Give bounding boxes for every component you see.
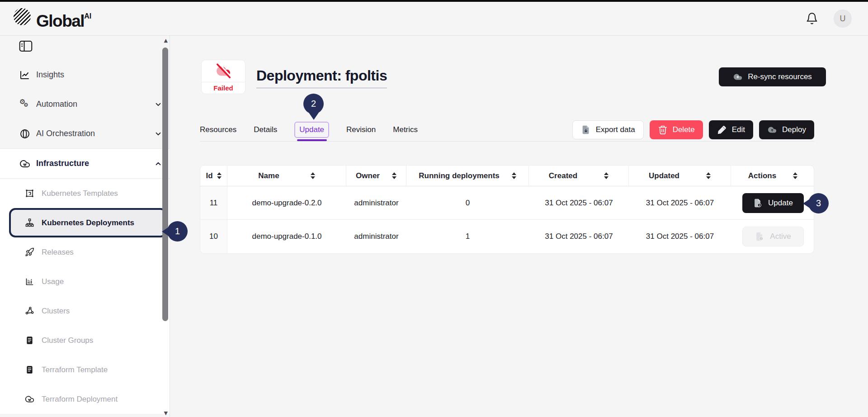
annotation-pin-1: 1 bbox=[167, 221, 188, 242]
sidebar-item-kubernetes-templates[interactable]: Kubernetes Templates bbox=[0, 179, 170, 208]
column-header-running-deployments[interactable]: Running deployments bbox=[406, 166, 529, 186]
column-header-updated[interactable]: Updated bbox=[629, 166, 731, 186]
resync-resources-button[interactable]: Re-sync resources bbox=[719, 67, 826, 86]
column-header-id[interactable]: Id bbox=[200, 166, 227, 186]
annotation-number: 3 bbox=[816, 198, 821, 208]
sidebar-item-ai-orchestration[interactable]: AI Orchestration bbox=[0, 119, 170, 148]
chevron-down-icon bbox=[154, 100, 162, 109]
tab-list: Resources Details Update Revision Metric… bbox=[200, 122, 418, 138]
edit-button[interactable]: Edit bbox=[709, 120, 753, 139]
sidebar-item-kubernetes-deployments[interactable]: Kubernetes Deployments bbox=[9, 208, 167, 237]
cell-running-deployments: 1 bbox=[406, 220, 529, 253]
action-buttons: Export data Delete bbox=[572, 120, 814, 139]
annotation-pin-2: 2 bbox=[303, 94, 324, 114]
sidebar-item-insights[interactable]: Insights bbox=[0, 60, 170, 90]
annotation-number: 1 bbox=[175, 226, 180, 237]
table-header-row: Id Name Owner Running deployments Create… bbox=[200, 166, 814, 186]
sidebar-item-terraform-template[interactable]: Terraform Template bbox=[0, 355, 170, 384]
column-label: Updated bbox=[649, 171, 679, 180]
insights-icon bbox=[19, 70, 30, 81]
sidebar-scrollbar-down-arrow[interactable]: ▼ bbox=[164, 410, 168, 416]
delete-label: Delete bbox=[673, 125, 695, 134]
export-data-button[interactable]: Export data bbox=[572, 120, 644, 139]
column-header-owner[interactable]: Owner bbox=[346, 166, 406, 186]
column-header-name[interactable]: Name bbox=[227, 166, 346, 186]
sort-icon bbox=[793, 172, 797, 179]
sidebar-item-cluster-groups[interactable]: Cluster Groups bbox=[0, 326, 170, 355]
sidebar-infrastructure-group: Infrastructure bbox=[0, 148, 170, 414]
sidebar-item-label: Terraform Deployment bbox=[42, 395, 118, 404]
deploy-label: Deploy bbox=[782, 125, 806, 134]
sort-icon bbox=[392, 172, 396, 179]
sidebar-item-label: Clusters bbox=[42, 307, 70, 316]
cell-id: 10 bbox=[200, 220, 227, 253]
annotation-pin-3: 3 bbox=[808, 193, 829, 213]
cloud-upload-icon bbox=[767, 125, 777, 135]
cell-name: demo-upgrade-0.2.0 bbox=[227, 186, 346, 219]
column-label: Running deployments bbox=[419, 171, 500, 180]
sidebar-item-clusters[interactable]: Clusters bbox=[0, 296, 170, 326]
page: GlobalAI U bbox=[0, 0, 868, 417]
brand-logo-icon bbox=[14, 8, 31, 25]
notifications-bell-icon[interactable] bbox=[806, 12, 818, 25]
cell-id: 11 bbox=[200, 186, 227, 219]
sidebar-item-infrastructure[interactable]: Infrastructure bbox=[0, 149, 170, 179]
user-avatar[interactable]: U bbox=[834, 9, 852, 28]
column-label: Id bbox=[206, 171, 212, 180]
navbar-right: U bbox=[806, 9, 852, 28]
cell-created: 31 Oct 2025 - 06:07 bbox=[529, 220, 629, 253]
cell-owner: administrator bbox=[346, 220, 406, 253]
deploy-button[interactable]: Deploy bbox=[759, 120, 814, 139]
main-content: Failed Deployment: fpoltis Re-sync resou… bbox=[170, 36, 868, 417]
pen-icon bbox=[717, 125, 727, 135]
table-row: 11 demo-upgrade-0.2.0 administrator 0 31… bbox=[200, 186, 814, 220]
column-header-created[interactable]: Created bbox=[529, 166, 629, 186]
column-label: Actions bbox=[748, 171, 776, 180]
resync-label: Re-sync resources bbox=[748, 72, 812, 81]
sidebar-scrollbar-thumb[interactable] bbox=[162, 47, 168, 321]
tab-details[interactable]: Details bbox=[254, 125, 277, 134]
update-row-button[interactable]: Update bbox=[742, 193, 804, 213]
active-row-label: Active bbox=[770, 232, 791, 241]
sidebar: Insights ⚙⚙ Automation AI Orchestration bbox=[0, 36, 170, 417]
cell-updated: 31 Oct 2025 - 06:07 bbox=[629, 186, 731, 219]
tab-resources[interactable]: Resources bbox=[200, 125, 236, 134]
sidebar-item-usage[interactable]: Usage bbox=[0, 267, 170, 296]
tab-bar: Resources Details Update Revision Metric… bbox=[200, 118, 814, 142]
column-header-actions[interactable]: Actions bbox=[731, 166, 814, 186]
sidebar-item-releases[interactable]: Releases bbox=[0, 237, 170, 267]
ai-orchestration-icon bbox=[19, 128, 30, 139]
trash-icon bbox=[658, 125, 668, 135]
chevron-up-icon bbox=[154, 160, 162, 168]
cell-actions: Active bbox=[731, 220, 814, 253]
cloud-plus-icon bbox=[733, 72, 743, 82]
export-label: Export data bbox=[596, 125, 635, 134]
sort-icon bbox=[604, 172, 609, 179]
cell-created: 31 Oct 2025 - 06:07 bbox=[529, 186, 629, 219]
sidebar-item-label: Cluster Groups bbox=[42, 336, 93, 345]
deployment-status-card: Failed bbox=[201, 60, 245, 94]
sidebar-item-label: AI Orchestration bbox=[36, 129, 95, 138]
cell-running-deployments: 0 bbox=[406, 186, 529, 219]
cloud-failed-icon bbox=[202, 60, 245, 82]
edit-label: Edit bbox=[732, 125, 745, 134]
tab-update[interactable]: Update bbox=[294, 122, 329, 138]
infrastructure-icon bbox=[19, 158, 30, 169]
tab-revision[interactable]: Revision bbox=[346, 125, 376, 134]
sidebar-item-label: Kubernetes Deployments bbox=[42, 218, 134, 227]
sidebar-item-label: Usage bbox=[42, 277, 64, 286]
releases-icon bbox=[25, 247, 34, 257]
sidebar-item-automation[interactable]: ⚙⚙ Automation bbox=[0, 90, 170, 119]
cell-name: demo-upgrade-0.1.0 bbox=[227, 220, 346, 253]
cell-actions: Update bbox=[731, 186, 814, 219]
sidebar-scrollbar-up-arrow[interactable]: ▲ bbox=[164, 38, 168, 43]
sidebar-item-terraform-deployment[interactable]: Terraform Deployment bbox=[0, 384, 170, 414]
tab-metrics[interactable]: Metrics bbox=[393, 125, 418, 134]
sidebar-item-label: Releases bbox=[42, 248, 74, 257]
column-label: Name bbox=[258, 171, 279, 180]
column-label: Created bbox=[549, 171, 577, 180]
sidebar-collapse-icon[interactable] bbox=[19, 40, 33, 52]
delete-button[interactable]: Delete bbox=[650, 120, 703, 139]
update-row-label: Update bbox=[768, 199, 793, 208]
sidebar-item-label: Automation bbox=[36, 100, 77, 109]
